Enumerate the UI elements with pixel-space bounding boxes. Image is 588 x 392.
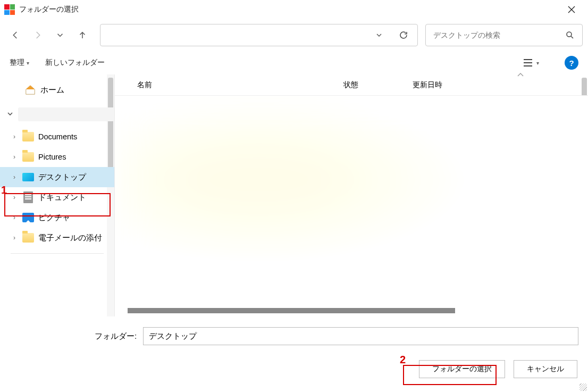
picture-icon: [22, 213, 34, 222]
content-area: 名前 状態 更新日時: [114, 74, 588, 316]
sidebar-documents-label: Documents: [38, 132, 77, 141]
column-date[interactable]: 更新日時: [413, 80, 588, 90]
annotation-1: 1: [1, 184, 7, 196]
svg-point-0: [567, 32, 572, 37]
app-icon: [4, 4, 15, 15]
sidebar-mail-label: 電子メールの添付: [38, 233, 102, 243]
folder-name-input[interactable]: [143, 327, 578, 345]
chevron-right-icon: ›: [11, 194, 18, 201]
folder-icon: [22, 132, 34, 141]
new-folder-button[interactable]: 新しいフォルダー: [45, 58, 105, 68]
up-button[interactable]: [72, 25, 93, 45]
window-title: フォルダーの選択: [19, 5, 79, 14]
sidebar-item-mail[interactable]: › 電子メールの添付: [0, 228, 114, 248]
bottom-panel: フォルダー: フォルダーの選択 キャンセル: [0, 316, 588, 387]
sidebar-item-home[interactable]: ホーム: [0, 78, 114, 102]
recent-dropdown[interactable]: [50, 25, 70, 45]
column-name[interactable]: 名前: [115, 80, 343, 90]
button-row: フォルダーの選択 キャンセル: [10, 360, 578, 378]
sidebar-pictures-label: Pictures: [38, 153, 66, 161]
home-icon: [24, 84, 36, 96]
refresh-icon[interactable]: [396, 28, 411, 43]
select-folder-button[interactable]: フォルダーの選択: [419, 360, 505, 378]
sidebar-item-pictures[interactable]: › Pictures: [0, 147, 114, 167]
address-dropdown-icon[interactable]: [372, 28, 387, 43]
folder-icon: [22, 152, 34, 162]
search-icon[interactable]: [565, 30, 575, 40]
folder-name-row: フォルダー:: [10, 327, 578, 345]
sidebar: ホーム › Documents › Pictures › デスクトップ › ドキ…: [0, 74, 114, 316]
sidebar-home-label: ホーム: [40, 85, 64, 95]
desktop-icon: [22, 173, 34, 181]
organize-menu[interactable]: 整理 ▾: [10, 58, 29, 68]
new-folder-label: 新しいフォルダー: [45, 58, 105, 68]
document-icon: [23, 191, 33, 203]
organize-label: 整理: [10, 58, 24, 68]
folder-label: フォルダー:: [95, 331, 137, 341]
sidebar-item-user[interactable]: [0, 102, 114, 127]
horizontal-scrollbar[interactable]: [128, 308, 455, 313]
chevron-right-icon: ›: [11, 153, 18, 161]
help-button[interactable]: ?: [565, 56, 578, 70]
close-button[interactable]: [559, 1, 584, 18]
search-box[interactable]: [425, 24, 583, 46]
caret-down-icon: ▾: [536, 60, 539, 66]
chevron-right-icon: ›: [11, 214, 18, 221]
chevron-right-icon: ›: [11, 133, 18, 140]
sidebar-desktop-label: デスクトップ: [38, 172, 86, 182]
column-status[interactable]: 状態: [343, 80, 413, 90]
sidebar-item-pics-jp[interactable]: › ピクチャ: [0, 207, 114, 228]
chevron-down-icon: [6, 111, 14, 119]
sidebar-item-documents[interactable]: › Documents: [0, 127, 114, 147]
back-button[interactable]: [5, 25, 26, 45]
forward-button[interactable]: [28, 25, 48, 45]
main-area: ホーム › Documents › Pictures › デスクトップ › ドキ…: [0, 74, 588, 316]
chevron-right-icon: ›: [11, 173, 18, 181]
sidebar-item-docs-jp[interactable]: › ドキュメント: [0, 187, 114, 207]
cancel-button[interactable]: キャンセル: [514, 360, 577, 378]
address-bar[interactable]: [100, 24, 418, 46]
search-input[interactable]: [433, 31, 565, 39]
chevron-right-icon: ›: [11, 234, 18, 241]
column-headers: 名前 状態 更新日時: [115, 74, 588, 96]
file-list[interactable]: [115, 96, 588, 316]
sidebar-divider: [11, 253, 104, 254]
view-options[interactable]: ▾: [523, 59, 539, 67]
sort-caret-icon: [517, 71, 524, 79]
caret-down-icon: ▾: [27, 60, 29, 66]
sidebar-user-label: [18, 107, 114, 121]
sidebar-docs-jp-label: ドキュメント: [38, 193, 86, 203]
resize-grip[interactable]: [579, 383, 587, 391]
blurred-files: [120, 96, 583, 306]
annotation-2: 2: [400, 354, 406, 366]
sidebar-pics-jp-label: ピクチャ: [38, 213, 70, 223]
toolbar: 整理 ▾ 新しいフォルダー ▾ ?: [0, 51, 588, 74]
sidebar-item-desktop[interactable]: › デスクトップ: [0, 167, 114, 187]
titlebar: フォルダーの選択: [0, 0, 588, 19]
folder-icon: [22, 233, 34, 243]
navbar: [0, 19, 588, 51]
